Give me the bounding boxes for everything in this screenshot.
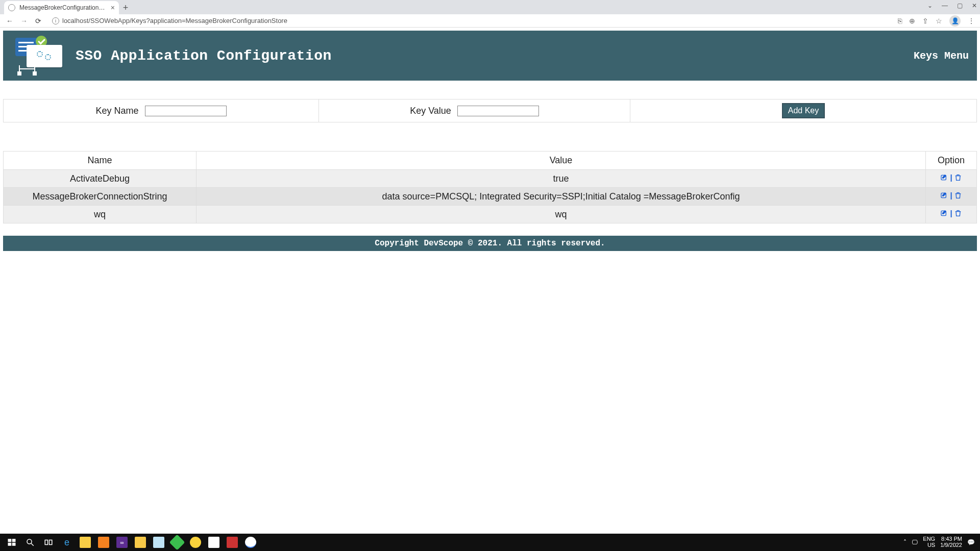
- page-viewport: SSO Application Configuration Keys Menu …: [0, 28, 980, 534]
- tab-strip: MessageBrokerConfigurationSto × + ⌄ — ▢ …: [0, 0, 980, 14]
- app-logo-icon: [11, 36, 66, 76]
- clock-date: 1/9/2022: [940, 542, 962, 548]
- svg-rect-5: [8, 543, 12, 546]
- tray-chevron-icon[interactable]: ˄: [903, 539, 906, 546]
- search-icon[interactable]: [24, 537, 36, 548]
- key-value-label: Key Value: [410, 106, 451, 116]
- site-info-icon[interactable]: i: [52, 17, 59, 24]
- url-text: localhost/SSOWebApp/Keys?application=Mes…: [62, 17, 287, 24]
- edit-icon[interactable]: [940, 209, 948, 217]
- svg-line-8: [31, 543, 34, 546]
- delete-icon[interactable]: [954, 191, 962, 199]
- option-separator: |: [950, 173, 952, 182]
- cell-name: ActivateDebug: [4, 170, 197, 188]
- col-header-name: Name: [4, 152, 197, 170]
- browser-chrome: MessageBrokerConfigurationSto × + ⌄ — ▢ …: [0, 0, 980, 28]
- app-icon-2[interactable]: [135, 537, 146, 548]
- tab-close-icon[interactable]: ×: [111, 4, 115, 12]
- col-header-option: Option: [926, 152, 977, 170]
- keys-menu-link[interactable]: Keys Menu: [914, 50, 969, 62]
- system-clock[interactable]: 8:43 PM 1/9/2022: [940, 536, 962, 548]
- app-icon-3[interactable]: [153, 537, 164, 548]
- start-icon[interactable]: [6, 537, 17, 548]
- cell-value: wq: [197, 206, 926, 223]
- edit-icon[interactable]: [940, 173, 948, 182]
- option-separator: |: [950, 191, 952, 199]
- cell-name: wq: [4, 206, 197, 223]
- key-name-label: Key Name: [95, 106, 138, 116]
- tab-title: MessageBrokerConfigurationSto: [19, 4, 107, 11]
- page-title: SSO Application Configuration: [76, 48, 332, 64]
- ie-icon[interactable]: e: [61, 537, 72, 548]
- close-icon[interactable]: ✕: [972, 2, 977, 9]
- add-key-form: Key Name Key Value Add Key: [3, 99, 977, 122]
- delete-icon[interactable]: [954, 209, 962, 217]
- bookmark-icon[interactable]: ☆: [936, 17, 942, 25]
- svg-point-7: [27, 539, 32, 544]
- add-key-button[interactable]: Add Key: [782, 103, 825, 118]
- table-row: ActivateDebug true |: [4, 170, 977, 188]
- visual-studio-icon[interactable]: ∞: [116, 537, 128, 548]
- svg-rect-4: [12, 539, 16, 542]
- tab-favicon-icon: [8, 4, 15, 11]
- chrome-icon[interactable]: [245, 537, 256, 548]
- app-icon-5[interactable]: [190, 537, 201, 548]
- cell-value: data source=PMCSQL; Integrated Security=…: [197, 188, 926, 206]
- table-row: wq wq |: [4, 206, 977, 223]
- cell-value: true: [197, 170, 926, 188]
- notifications-icon[interactable]: 💬: [967, 539, 975, 546]
- back-icon[interactable]: ←: [5, 17, 14, 25]
- col-header-value: Value: [197, 152, 926, 170]
- app-icon-1[interactable]: [98, 537, 109, 548]
- language-indicator[interactable]: ENG US: [923, 536, 935, 548]
- lang-line2: US: [923, 542, 935, 548]
- app-icon-4[interactable]: [169, 534, 185, 550]
- svg-rect-10: [50, 540, 52, 545]
- translate-icon[interactable]: ⎘: [898, 17, 902, 25]
- profile-avatar-icon[interactable]: 👤: [949, 15, 961, 27]
- key-value-input[interactable]: [457, 106, 539, 116]
- keys-table: Name Value Option ActivateDebug true |: [3, 151, 977, 223]
- edit-icon[interactable]: [940, 191, 948, 199]
- option-separator: |: [950, 209, 952, 217]
- app-icon-7[interactable]: [227, 537, 238, 548]
- address-bar: ← → ⟳ i localhost/SSOWebApp/Keys?applica…: [0, 14, 980, 28]
- cell-name: MessageBrokerConnectionString: [4, 188, 197, 206]
- tray-display-icon[interactable]: 🖵: [912, 539, 918, 546]
- window-controls: ⌄ — ▢ ✕: [927, 2, 977, 9]
- share-icon[interactable]: ⇪: [922, 17, 928, 25]
- forward-icon[interactable]: →: [19, 17, 29, 25]
- task-view-icon[interactable]: [43, 537, 54, 548]
- chevron-down-icon[interactable]: ⌄: [927, 2, 933, 9]
- svg-rect-6: [12, 543, 16, 546]
- zoom-icon[interactable]: ⊕: [909, 17, 915, 25]
- svg-rect-3: [8, 539, 12, 542]
- new-tab-button[interactable]: +: [119, 1, 132, 14]
- kebab-menu-icon[interactable]: ⋮: [968, 17, 975, 25]
- app-header: SSO Application Configuration Keys Menu: [3, 31, 977, 81]
- app-icon-6[interactable]: [208, 537, 219, 548]
- maximize-icon[interactable]: ▢: [957, 2, 963, 9]
- table-row: MessageBrokerConnectionString data sourc…: [4, 188, 977, 206]
- minimize-icon[interactable]: —: [942, 2, 948, 9]
- page-footer: Copyright DevScope © 2021. All rights re…: [3, 236, 977, 251]
- file-explorer-icon[interactable]: [80, 537, 91, 548]
- reload-icon[interactable]: ⟳: [34, 17, 43, 25]
- svg-rect-9: [45, 540, 47, 545]
- url-box[interactable]: i localhost/SSOWebApp/Keys?application=M…: [48, 17, 893, 24]
- key-name-input[interactable]: [145, 106, 227, 116]
- windows-taskbar: e ∞ ˄ 🖵 ENG US 8:43 PM 1/9/2022 💬: [0, 534, 980, 551]
- delete-icon[interactable]: [954, 173, 962, 182]
- browser-tab[interactable]: MessageBrokerConfigurationSto ×: [4, 1, 119, 14]
